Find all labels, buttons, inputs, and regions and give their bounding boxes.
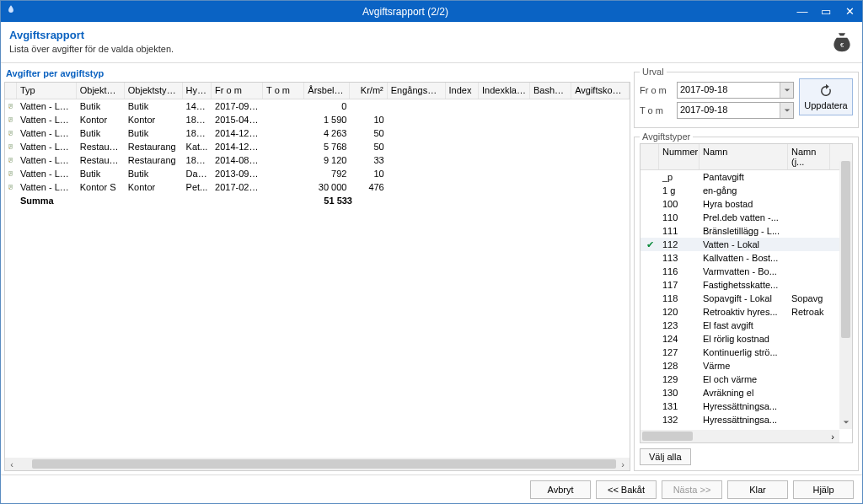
- app-window: Avgiftsrapport (2/2) — ▭ ✕ Avgiftsrappor…: [0, 0, 863, 504]
- col-from[interactable]: Fr o m: [212, 83, 263, 99]
- col-objektstyp[interactable]: Objektstyp: [77, 83, 125, 99]
- table-row[interactable]: Vatten - LokalButikButik183...2014-12-01…: [5, 126, 630, 140]
- list-item[interactable]: 124El rörlig kostnad: [641, 332, 852, 346]
- col-arsbelopp[interactable]: Årsbelopp: [304, 83, 350, 99]
- table-row[interactable]: Vatten - LokalKontor SKontorPet...2017-0…: [5, 180, 630, 194]
- list-item[interactable]: 132Hyressättningsa...: [641, 413, 852, 426]
- scrollbar-thumb[interactable]: [642, 432, 693, 441]
- check-icon: [641, 203, 659, 205]
- list-item[interactable]: 117Fastighetsskatte...: [641, 278, 852, 292]
- scrollbar-thumb[interactable]: [841, 161, 850, 338]
- cancel-button[interactable]: Avbryt: [530, 480, 591, 499]
- list-item[interactable]: 110Prel.deb vatten -...: [641, 211, 852, 224]
- check-icon: [641, 338, 659, 340]
- check-icon: [641, 271, 659, 272]
- col-engangsbelopp[interactable]: Engångsbelo...: [388, 83, 446, 99]
- col-objektstypsgrupp[interactable]: Objektstypsgrupp: [125, 83, 183, 99]
- col-nummer[interactable]: Nummer: [659, 144, 700, 169]
- col-namn[interactable]: Namn: [700, 144, 788, 169]
- check-icon: [641, 230, 659, 232]
- check-icon: [641, 311, 659, 313]
- col-hyr[interactable]: Hyr...: [183, 83, 212, 99]
- avgiftstyper-fieldset: Avgiftstyper Nummer Namn Namn (j... _pPa…: [634, 131, 859, 471]
- maximize-button[interactable]: ▭: [817, 5, 835, 18]
- col-typ[interactable]: Typ: [17, 83, 77, 99]
- done-button[interactable]: Klar: [727, 480, 788, 499]
- table-row[interactable]: Vatten - LokalKontorKontor186...2015-04-…: [5, 113, 630, 126]
- col-index[interactable]: Index: [446, 83, 479, 99]
- list-item[interactable]: ✔112Vatten - Lokal: [641, 238, 852, 251]
- table-header: Typ Objektstyp Objektstypsgrupp Hyr... F…: [5, 83, 630, 99]
- tom-date-input[interactable]: 2017-09-18: [677, 102, 794, 119]
- scroll-right-icon[interactable]: ›: [826, 432, 839, 442]
- list-item[interactable]: 113Kallvatten - Bost...: [641, 251, 852, 265]
- scroll-down-icon[interactable]: [839, 416, 852, 429]
- next-button[interactable]: Nästa >>: [662, 480, 722, 499]
- check-icon: [641, 405, 659, 407]
- list-item[interactable]: 1 gen-gång: [641, 184, 852, 197]
- page-subtitle: Lista över avgifter för de valda objekte…: [9, 44, 174, 54]
- col-avgiftskom[interactable]: Avgiftskom...: [571, 83, 630, 99]
- list-item[interactable]: 123El fast avgift: [641, 319, 852, 332]
- list-item[interactable]: 111Bränsletillägg - L...: [641, 224, 852, 238]
- list-item[interactable]: 129El och värme: [641, 373, 852, 386]
- table-row[interactable]: Vatten - LokalButikButik145...2017-09-01…: [5, 99, 630, 113]
- from-date-input[interactable]: 2017-09-18: [677, 82, 794, 99]
- list-item[interactable]: 100Hyra bostad: [641, 197, 852, 211]
- list-item[interactable]: 116Varmvatten - Bo...: [641, 265, 852, 278]
- table-sum-row: Summa51 533: [5, 194, 630, 207]
- list-item[interactable]: 127Kontinuerlig strö...: [641, 346, 852, 359]
- scrollbar-thumb[interactable]: [32, 459, 616, 469]
- check-icon: [641, 392, 659, 394]
- col-namn2[interactable]: Namn (j...: [788, 144, 830, 169]
- list-item[interactable]: 128Värme: [641, 359, 852, 373]
- wizard-footer: Avbryt << Bakåt Nästa >> Klar Hjälp: [1, 475, 862, 503]
- table-horizontal-scrollbar[interactable]: ‹ ›: [5, 458, 630, 470]
- table-row[interactable]: Vatten - LokalRestaurangRestaurangKat...…: [5, 140, 630, 153]
- list-item[interactable]: 130Avräkning el: [641, 386, 852, 399]
- title-bar[interactable]: Avgiftsrapport (2/2) — ▭ ✕: [1, 1, 862, 22]
- col-krm2[interactable]: Kr/m²: [350, 83, 387, 99]
- check-icon: [641, 257, 659, 259]
- col-tom[interactable]: T o m: [263, 83, 304, 99]
- col-bashyra[interactable]: Bashyra: [530, 83, 571, 99]
- scroll-left-icon[interactable]: ‹: [5, 459, 19, 469]
- header-pane: Avgiftsrapport Lista över avgifter för d…: [1, 22, 862, 63]
- scroll-right-icon[interactable]: ›: [616, 459, 630, 469]
- col-indexklausul[interactable]: Indexklausul: [479, 83, 530, 99]
- row-icon: [5, 114, 17, 126]
- close-button[interactable]: ✕: [840, 5, 859, 18]
- row-icon: [5, 100, 17, 112]
- check-icon: [641, 298, 659, 299]
- list-item[interactable]: 131Hyressättningsa...: [641, 399, 852, 413]
- window-title: Avgiftsrapport (2/2): [18, 6, 793, 18]
- table-row[interactable]: Vatten - LokalRestaurangRestaurang182...…: [5, 153, 630, 167]
- fee-types-vertical-scrollbar[interactable]: [839, 161, 852, 429]
- help-button[interactable]: Hjälp: [793, 480, 854, 499]
- page-title: Avgiftsrapport: [9, 29, 174, 41]
- tom-date-dropdown[interactable]: [780, 103, 793, 118]
- row-icon: [5, 168, 17, 180]
- fee-types-horizontal-scrollbar[interactable]: ›: [641, 430, 839, 442]
- select-all-button[interactable]: Välj alla: [640, 448, 691, 465]
- app-icon: [4, 4, 18, 19]
- minimize-button[interactable]: —: [793, 5, 812, 18]
- list-item[interactable]: _pPantavgift: [641, 170, 852, 184]
- from-label: Fr o m: [640, 85, 672, 95]
- from-date-dropdown[interactable]: [780, 83, 793, 98]
- table-body: Vatten - LokalButikButik145...2017-09-01…: [5, 99, 630, 207]
- main-grid-title: Avgifter per avgiftstyp: [6, 68, 629, 78]
- check-icon: [641, 284, 659, 286]
- avgiftstyper-legend: Avgiftstyper: [640, 131, 693, 142]
- refresh-icon: [818, 83, 834, 99]
- check-icon: [641, 378, 659, 380]
- check-icon: [641, 217, 659, 218]
- check-icon: [641, 419, 659, 421]
- list-item[interactable]: 120Retroaktiv hyres...Retroak: [641, 305, 852, 319]
- row-icon: [5, 141, 17, 153]
- back-button[interactable]: << Bakåt: [596, 480, 657, 499]
- list-item[interactable]: 118Sopavgift - LokalSopavg: [641, 292, 852, 305]
- table-row[interactable]: Vatten - LokalButikButikDan...2013-09-30…: [5, 167, 630, 180]
- update-button[interactable]: Uppdatera: [799, 78, 853, 115]
- row-icon: [5, 127, 17, 139]
